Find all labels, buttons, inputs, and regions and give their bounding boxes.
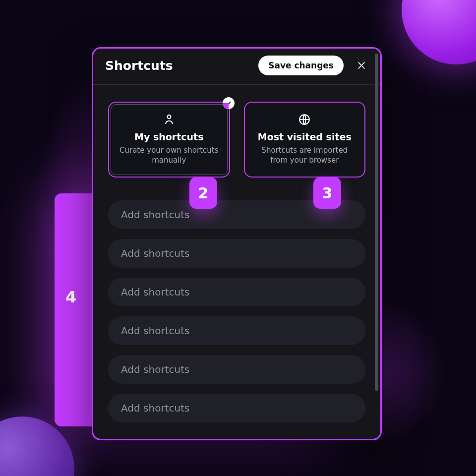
add-shortcut-slot[interactable]: Add shortcuts	[108, 394, 365, 422]
dialog-header-actions: Save changes	[258, 56, 368, 75]
dialog-title: Shortcuts	[105, 59, 173, 73]
svg-point-0	[167, 115, 171, 119]
close-button[interactable]	[355, 59, 368, 72]
decor-blob-top-right	[402, 0, 476, 64]
option-title: My shortcuts	[118, 131, 220, 142]
close-icon	[356, 60, 367, 71]
add-shortcut-slot[interactable]: Add shortcuts	[108, 278, 365, 306]
tutorial-step-3-label: 3	[313, 177, 341, 209]
option-description: Shortcuts are imported from your browser	[254, 145, 356, 166]
add-shortcut-slot[interactable]: Add shortcuts	[108, 239, 365, 268]
globe-icon	[298, 113, 311, 126]
scrollbar[interactable]	[375, 54, 378, 391]
option-title: Most visited sites	[254, 131, 356, 142]
dialog-header: Shortcuts Save changes	[93, 49, 380, 85]
shortcut-slot-list: Add shortcuts Add shortcuts Add shortcut…	[108, 200, 365, 422]
option-my-shortcuts[interactable]: My shortcuts Curate your own shortcuts m…	[108, 102, 230, 178]
person-icon	[162, 113, 176, 126]
option-most-visited[interactable]: Most visited sites Shortcuts are importe…	[244, 102, 366, 178]
option-description: Curate your own shortcuts manually	[118, 145, 220, 166]
add-shortcut-slot[interactable]: Add shortcuts	[108, 355, 365, 384]
selected-check-icon	[223, 97, 235, 109]
shortcuts-dialog: Shortcuts Save changes My shortcuts Cura…	[92, 47, 382, 440]
tutorial-step-2-label: 2	[189, 177, 217, 209]
save-changes-button[interactable]: Save changes	[258, 56, 344, 75]
tutorial-step-4-label: 4	[65, 288, 76, 306]
shortcut-mode-options: My shortcuts Curate your own shortcuts m…	[108, 102, 365, 178]
add-shortcut-slot[interactable]: Add shortcuts	[108, 316, 365, 345]
